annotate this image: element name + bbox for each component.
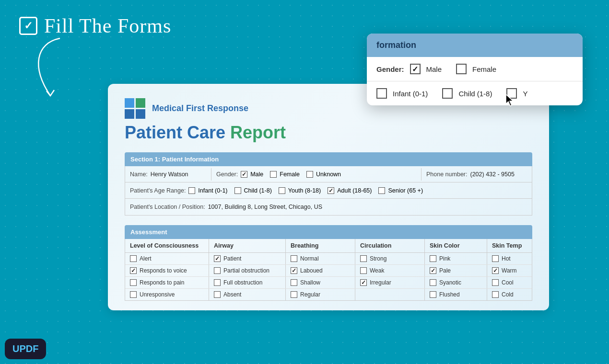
location-cell: Patient's Location / Position: 1007, Bui… — [125, 201, 532, 213]
gender-unknown-checkbox[interactable] — [306, 171, 313, 178]
skin-pink-cb[interactable] — [430, 255, 436, 262]
airway-absent-cb[interactable] — [214, 291, 221, 298]
header-checkbox-icon — [19, 17, 37, 35]
temp-cool-cb[interactable] — [492, 279, 499, 286]
circ-weak-cb[interactable] — [360, 267, 367, 274]
loc-voice-label: Responds to voice — [140, 267, 187, 274]
airway-full-cb[interactable] — [214, 279, 221, 286]
logo-cross-cell-2 — [136, 98, 145, 108]
assess-row-2: Responds to voice Partial obstruction La… — [125, 265, 532, 277]
circ-strong-cb[interactable] — [360, 255, 367, 262]
skin-syanotic-label: Syanotic — [439, 279, 461, 286]
name-label: Name: — [130, 171, 148, 178]
loc-alert: Alert — [125, 253, 209, 264]
skin-pale-cb[interactable] — [430, 267, 436, 274]
phone-cell: Phone number: (202) 432 - 9505 — [422, 168, 532, 181]
temp-hot-cb[interactable] — [492, 255, 499, 262]
popup-gender-label: Gender: — [376, 65, 404, 73]
airway-partial-label: Partial obstruction — [223, 267, 269, 274]
report-title-patient-care: Patient Care — [125, 123, 225, 142]
popup-male-label: Male — [426, 65, 442, 73]
temp-hot-label: Hot — [502, 255, 511, 262]
breathing-laboured-cb[interactable] — [291, 267, 297, 274]
circ-irregular-label: Irregular — [370, 279, 391, 286]
gender-female-checkbox[interactable] — [270, 171, 277, 178]
temp-warm-cb[interactable] — [492, 267, 499, 274]
age-range-cell: Patient's Age Range: Infant (0-1) Child … — [125, 184, 532, 197]
popup-female-label: Female — [472, 65, 496, 73]
section1-header: Section 1: Patient Information — [125, 152, 532, 166]
breathing-regular-cb[interactable] — [291, 291, 297, 298]
circ-irregular-cb[interactable] — [360, 279, 367, 286]
skin-pink: Pink — [425, 253, 487, 264]
section1-table: Name: Henry Watson Gender: Male Female U… — [125, 166, 532, 216]
popup-gender-row: Gender: Male Female — [367, 57, 583, 81]
breathing-laboured: Laboued — [286, 265, 355, 276]
loc-voice-cb[interactable] — [130, 267, 137, 274]
temp-warm-label: Warm — [502, 267, 517, 274]
location-label: Patient's Location / Position: — [130, 204, 205, 210]
age-youth-checkbox[interactable] — [279, 187, 285, 194]
age-adult-checkbox[interactable] — [328, 187, 334, 194]
age-infant-label: Infant (0-1) — [198, 187, 227, 194]
logo-cross-cell-4 — [136, 109, 145, 119]
loc-unresponsive: Unresponsive — [125, 289, 209, 300]
airway-partial: Partial obstruction — [209, 265, 286, 276]
temp-hot: Hot — [487, 253, 545, 264]
breathing-regular: Regular — [286, 289, 355, 300]
updf-text: UPDF — [12, 343, 38, 354]
form-container: Medical First Response Patient Care Repo… — [108, 84, 549, 310]
col-header-circulation: Circulation — [355, 239, 425, 252]
popup-male-checkbox[interactable] — [410, 64, 421, 74]
temp-cold: Cold — [487, 289, 545, 300]
col-header-loc: Level of Consciousness — [125, 239, 209, 252]
loc-alert-cb[interactable] — [130, 255, 137, 262]
age-youth-label: Youth (8-18) — [288, 187, 321, 194]
age-range-label: Patient's Age Range: — [130, 187, 186, 194]
circ-empty — [355, 289, 425, 300]
gender-male-checkbox[interactable] — [241, 171, 247, 178]
age-senior-checkbox[interactable] — [378, 187, 385, 194]
breathing-normal-cb[interactable] — [291, 255, 297, 262]
breathing-shallow-label: Shallow — [300, 279, 320, 286]
temp-warm: Warm — [487, 265, 545, 276]
location-value: 1007, Building 8, Long Street, Chicago, … — [208, 204, 322, 210]
popup-female-checkbox[interactable] — [456, 64, 467, 74]
assessment-header-row: Level of Consciousness Airway Breathing … — [125, 239, 532, 253]
breathing-shallow-cb[interactable] — [291, 279, 297, 286]
assess-row-1: Alert Patient Normal Strong Pink — [125, 253, 532, 265]
logo-text: Medical First Response — [152, 103, 248, 114]
age-infant-checkbox[interactable] — [188, 187, 195, 194]
report-title: Patient Care Report — [125, 123, 532, 143]
section1: Section 1: Patient Information Name: Hen… — [125, 152, 532, 216]
popup-infant-checkbox[interactable] — [376, 88, 387, 99]
popup-overlay: formation Gender: Male Female Infant (0-… — [367, 34, 583, 105]
loc-pain-cb[interactable] — [130, 279, 137, 286]
age-child-checkbox[interactable] — [234, 187, 241, 194]
popup-child-checkbox[interactable] — [442, 88, 453, 99]
skin-syanotic-cb[interactable] — [430, 279, 436, 286]
name-value: Henry Watson — [151, 171, 188, 178]
loc-unresponsive-cb[interactable] — [130, 291, 137, 298]
airway-absent-label: Absent — [223, 291, 241, 298]
col-header-skin-temp: Skin Temp — [487, 239, 545, 252]
loc-voice: Responds to voice — [125, 265, 209, 276]
location-row: Patient's Location / Position: 1007, Bui… — [125, 199, 532, 215]
airway-partial-cb[interactable] — [214, 267, 221, 274]
circ-weak-label: Weak — [370, 267, 384, 274]
popup-youth-checkbox[interactable] — [506, 88, 517, 99]
logo-cross — [125, 98, 145, 119]
assess-row-3: Responds to pain Full obstruction Shallo… — [125, 277, 532, 289]
skin-flushed-cb[interactable] — [430, 291, 436, 298]
circ-irregular: Irregular — [355, 277, 425, 288]
age-senior-label: Senior (65 +) — [388, 187, 423, 194]
phone-value: (202) 432 - 9505 — [470, 171, 514, 178]
airway-patient-cb[interactable] — [214, 255, 221, 262]
airway-absent: Absent — [209, 289, 286, 300]
col-header-skin-color: Skin Color — [425, 239, 487, 252]
temp-cold-cb[interactable] — [492, 291, 499, 298]
skin-pale-label: Pale — [439, 267, 451, 274]
gender-unknown-label: Unknown — [316, 171, 341, 178]
temp-cool-label: Cool — [502, 279, 514, 286]
skin-pink-label: Pink — [439, 255, 450, 262]
